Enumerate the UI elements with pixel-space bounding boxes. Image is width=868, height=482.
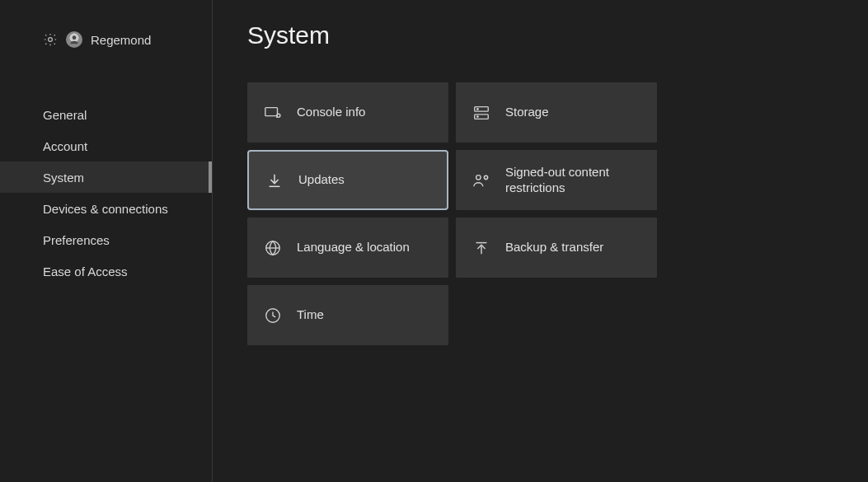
svg-point-3 [277, 114, 280, 117]
nav-label: Ease of Access [43, 264, 128, 278]
avatar [66, 31, 82, 48]
svg-point-0 [49, 38, 53, 42]
svg-point-7 [477, 115, 478, 116]
main: System Console info [213, 0, 868, 482]
nav-item-ease-of-access[interactable]: Ease of Access [0, 255, 212, 287]
tile-backup[interactable]: Backup & transfer [456, 218, 657, 278]
nav-item-general[interactable]: General [0, 99, 212, 130]
tile-grid: Console info Storage [247, 82, 833, 345]
nav-label: Devices & connections [43, 202, 168, 216]
globe-icon [264, 239, 282, 257]
tile-restrictions[interactable]: Signed-out content restrictions [456, 150, 657, 210]
tile-label: Updates [298, 172, 345, 188]
clock-icon [264, 307, 282, 325]
tile-label: Signed-out content restrictions [505, 165, 640, 196]
nav-item-system[interactable]: System [0, 161, 212, 193]
page-title: System [247, 21, 833, 49]
tile-label: Time [297, 307, 324, 323]
tile-storage[interactable]: Storage [456, 82, 657, 143]
tile-label: Storage [505, 105, 549, 120]
nav-label: Preferences [43, 233, 110, 247]
nav-item-preferences[interactable]: Preferences [0, 224, 212, 255]
nav-label: Account [43, 139, 87, 153]
tile-label: Console info [297, 105, 365, 120]
nav-label: System [43, 171, 84, 185]
nav-item-devices[interactable]: Devices & connections [0, 193, 212, 224]
tile-updates[interactable]: Updates [247, 150, 448, 210]
tile-console-info[interactable]: Console info [247, 82, 448, 143]
svg-point-9 [484, 175, 487, 179]
nav-item-account[interactable]: Account [0, 130, 212, 161]
svg-rect-2 [265, 107, 278, 115]
sidebar-header: Regemond [0, 30, 212, 49]
sidebar-nav: General Account System Devices & connect… [0, 99, 212, 287]
upload-icon [472, 239, 490, 257]
svg-point-6 [477, 108, 478, 109]
gear-icon [43, 32, 58, 47]
sidebar: Regemond General Account System Devices … [0, 0, 213, 482]
tile-time[interactable]: Time [247, 285, 448, 345]
tile-language[interactable]: Language & location [247, 218, 448, 278]
people-gear-icon [472, 171, 490, 190]
storage-icon [472, 104, 490, 122]
download-icon [265, 171, 284, 190]
username: Regemond [91, 33, 151, 47]
console-icon [264, 104, 282, 122]
svg-point-8 [476, 175, 481, 180]
nav-label: General [43, 108, 87, 122]
svg-point-1 [73, 35, 77, 40]
tile-label: Language & location [297, 240, 410, 255]
tile-label: Backup & transfer [505, 240, 603, 255]
